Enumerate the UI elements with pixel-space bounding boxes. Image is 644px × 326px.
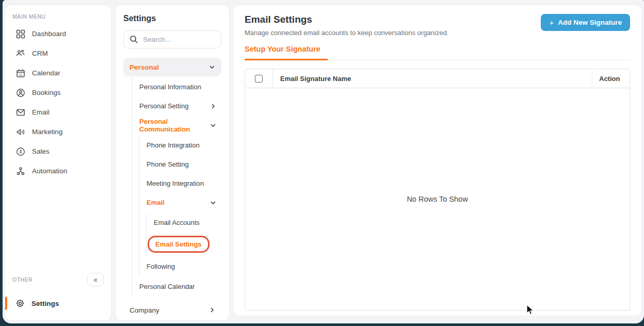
- tree-item-label: Email: [147, 199, 165, 206]
- table-header-checkbox-cell: [245, 69, 273, 88]
- page-title: Email Settings: [245, 14, 448, 25]
- tree-group-email: Email Accounts Email Settings: [146, 213, 221, 256]
- gear-icon: [15, 299, 25, 308]
- sales-dollar-icon: $: [15, 146, 25, 156]
- sidebar-item-email[interactable]: Email: [12, 103, 104, 121]
- chevron-down-icon: [209, 64, 215, 70]
- marketing-speaker-icon: [15, 127, 25, 137]
- sidebar-collapse-button[interactable]: «: [87, 273, 104, 286]
- main-menu-label: MAIN MENU: [12, 13, 104, 20]
- sidebar-item-dashboard[interactable]: Dashboard: [12, 25, 104, 43]
- sidebar-item-label: Calendar: [32, 69, 60, 77]
- dashboard-grid-icon: [15, 29, 25, 39]
- sidebar-item-calendar[interactable]: 12 Calendar: [12, 64, 104, 82]
- page-subtitle: Manage connected email accounts to keep …: [245, 29, 448, 37]
- tree-item-personal-information[interactable]: Personal Information: [132, 77, 221, 96]
- sidebar-item-label: Email: [32, 108, 50, 116]
- tree-item-label: Company: [130, 306, 159, 314]
- tree-item-label: Phone Integration: [147, 141, 200, 149]
- sidebar-bottom: OTHER « Settings: [12, 273, 104, 312]
- chevron-down-icon: [210, 122, 216, 128]
- chevron-down-icon: [210, 200, 216, 206]
- tree-item-phone-setting[interactable]: Phone Setting: [139, 155, 221, 174]
- main-content: Email Settings Manage connected email ac…: [233, 5, 641, 316]
- signatures-table: Email Signature Name Action No Rows To S…: [245, 69, 630, 311]
- empty-state-text: No Rows To Show: [407, 195, 468, 203]
- tree-item-label: Personal Calendar: [139, 283, 195, 290]
- sidebar-item-bookings[interactable]: Bookings: [12, 84, 104, 102]
- tree-item-following[interactable]: Following: [139, 257, 221, 276]
- tree-item-label: Personal Communication: [139, 118, 210, 133]
- crm-people-icon: [15, 48, 25, 58]
- tree-item-label: Following: [147, 263, 175, 270]
- sidebar-item-marketing[interactable]: Marketing: [12, 123, 104, 141]
- select-all-checkbox[interactable]: [255, 75, 263, 83]
- tree-item-phone-integration[interactable]: Phone Integration: [139, 136, 221, 155]
- table-body: No Rows To Show: [245, 88, 630, 310]
- tree-item-personal-setting[interactable]: Personal Setting: [132, 96, 221, 116]
- sidebar-item-label: CRM: [32, 50, 48, 57]
- tree-item-label: Email Settings: [155, 240, 202, 248]
- sidebar-item-label: Bookings: [32, 89, 61, 96]
- tree-group-personal-communication: Phone Integration Phone Setting Meeting …: [139, 136, 221, 276]
- sidebar-item-label: Marketing: [32, 128, 62, 136]
- settings-search[interactable]: [123, 30, 221, 48]
- add-new-signature-button[interactable]: + Add New Signature: [541, 14, 630, 31]
- sidebar-item-label: Sales: [32, 148, 50, 155]
- tree-group-personal: Personal Information Personal Setting Pe…: [132, 77, 221, 296]
- tab-setup-your-signature[interactable]: Setup Your Signature: [245, 45, 328, 60]
- settings-tree: Personal Personal Information Personal S…: [123, 58, 221, 320]
- sidebar-item-label: Automation: [32, 167, 67, 175]
- tree-item-meeting-integration[interactable]: Meeting Integration: [139, 174, 221, 193]
- tree-item-label: Personal: [130, 63, 159, 71]
- sidebar-item-label: Settings: [31, 300, 59, 307]
- settings-panel-title: Settings: [123, 14, 221, 23]
- table-header-action: Action: [592, 69, 630, 88]
- sidebar-item-crm[interactable]: CRM: [12, 44, 104, 62]
- app-window: MAIN MENU Dashboard CRM: [3, 0, 644, 323]
- chevron-right-icon: [209, 307, 215, 313]
- sidebar-item-automation[interactable]: Automation: [12, 162, 104, 180]
- tab-bar: Setup Your Signature: [245, 44, 630, 60]
- svg-text:$: $: [19, 149, 22, 154]
- sidebar: MAIN MENU Dashboard CRM: [5, 5, 111, 320]
- highlight-annotation-box: Email Settings: [148, 236, 210, 253]
- tree-item-email-accounts[interactable]: Email Accounts: [147, 213, 221, 232]
- tree-item-email[interactable]: Email: [139, 193, 221, 212]
- settings-panel: Settings Personal Personal Information: [116, 5, 229, 320]
- other-label: OTHER: [12, 276, 33, 283]
- sidebar-item-settings[interactable]: Settings: [12, 295, 104, 312]
- automation-flow-icon: [15, 166, 25, 176]
- table-header-name: Email Signature Name: [273, 69, 592, 88]
- main-header: Email Settings Manage connected email ac…: [245, 14, 630, 37]
- tree-item-label: Email Accounts: [154, 219, 200, 226]
- search-input[interactable]: [143, 36, 215, 43]
- tree-item-label: Personal Setting: [139, 102, 188, 110]
- calendar-icon: 12: [15, 68, 25, 78]
- sidebar-item-sales[interactable]: $ Sales: [12, 142, 104, 160]
- tree-item-company[interactable]: Company: [123, 301, 221, 319]
- tree-item-personal[interactable]: Personal: [123, 58, 221, 76]
- tree-item-email-settings[interactable]: Email Settings: [147, 232, 221, 256]
- chevron-right-icon: [210, 103, 216, 109]
- svg-text:12: 12: [19, 73, 22, 76]
- add-button-label: Add New Signature: [558, 19, 622, 26]
- table-header-row: Email Signature Name Action: [245, 69, 630, 88]
- email-envelope-icon: [15, 107, 25, 117]
- search-icon: [130, 35, 138, 44]
- tree-item-label: Phone Setting: [147, 160, 189, 168]
- tree-item-label: Personal Information: [139, 83, 201, 91]
- bookings-person-icon: [15, 88, 25, 97]
- tree-item-personal-calendar[interactable]: Personal Calendar: [132, 277, 221, 296]
- tree-item-label: Meeting Integration: [147, 180, 204, 187]
- main-menu: Dashboard CRM 12: [12, 25, 104, 180]
- plus-icon: +: [549, 19, 554, 26]
- tree-item-personal-communication[interactable]: Personal Communication: [132, 116, 221, 135]
- sidebar-item-label: Dashboard: [32, 30, 66, 38]
- chevrons-left-icon: «: [93, 275, 98, 284]
